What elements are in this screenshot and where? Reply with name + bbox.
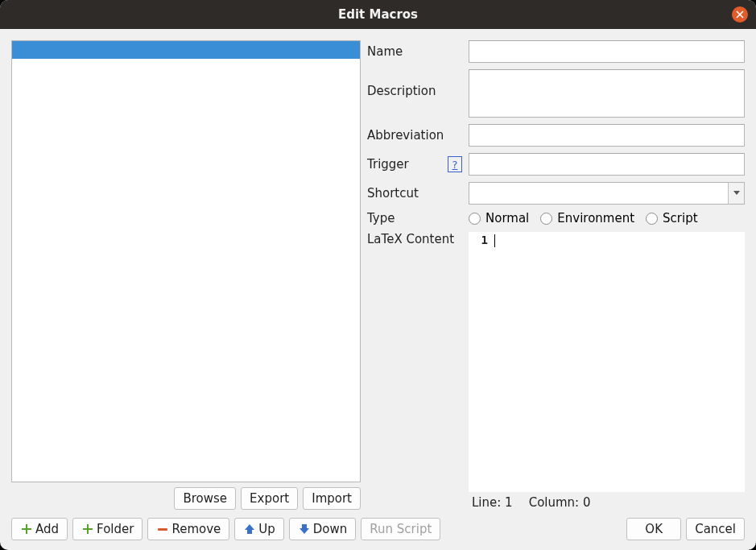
bottom-button-row: Add Folder Remove Up Down Run Script [11, 515, 745, 545]
add-button-label: Add [35, 522, 59, 536]
dialog-content: Browse Export Import Name Description Ab… [0, 29, 756, 550]
macro-list-column: Browse Export Import [11, 40, 361, 510]
run-script-button: Run Script [361, 518, 440, 540]
status-line-label: Line: [472, 495, 501, 510]
import-button[interactable]: Import [303, 487, 361, 510]
type-row: Type Normal Environment Script [367, 211, 745, 225]
ok-button[interactable]: OK [626, 518, 681, 540]
cancel-button[interactable]: Cancel [686, 518, 745, 540]
arrow-up-icon [243, 523, 256, 536]
type-radio-script-label: Script [663, 211, 698, 225]
type-radio-group: Normal Environment Script [469, 211, 745, 225]
latex-content-row: LaTeX Content 1 [367, 232, 745, 492]
minus-icon [156, 523, 169, 536]
type-label: Type [367, 211, 462, 225]
edit-macros-dialog: Edit Macros Browse Export Import Name [0, 0, 756, 550]
main-row: Browse Export Import Name Description Ab… [11, 40, 745, 510]
editor-body[interactable] [493, 232, 745, 492]
macro-list[interactable] [11, 40, 361, 482]
radio-icon [469, 213, 481, 225]
abbreviation-label: Abbreviation [367, 128, 462, 143]
type-radio-script[interactable]: Script [646, 211, 698, 225]
shortcut-combo-field[interactable] [469, 183, 728, 204]
cancel-button-label: Cancel [695, 522, 736, 536]
type-radio-environment-label: Environment [557, 211, 634, 225]
export-button-label: Export [250, 491, 289, 506]
browse-button-label: Browse [183, 491, 227, 506]
editor-status-row: Line: 1 Column: 0 [367, 492, 745, 510]
trigger-input[interactable] [469, 153, 745, 176]
question-mark-icon: ? [452, 159, 458, 171]
folder-button-label: Folder [97, 522, 134, 536]
chevron-down-icon [733, 191, 740, 196]
status-col-value: 0 [583, 495, 591, 510]
editor-gutter: 1 [469, 232, 493, 492]
plus-icon [20, 523, 33, 536]
status-column: Column: 0 [529, 495, 591, 510]
svg-rect-0 [158, 528, 167, 531]
import-button-label: Import [312, 491, 352, 506]
list-file-buttons: Browse Export Import [11, 487, 361, 510]
trigger-label: Trigger [367, 157, 441, 172]
shortcut-row: Shortcut [367, 182, 745, 205]
type-radio-normal[interactable]: Normal [469, 211, 529, 225]
remove-button-label: Remove [171, 522, 221, 536]
abbreviation-input[interactable] [469, 124, 745, 147]
down-button-label: Down [313, 522, 348, 536]
status-line-value: 1 [505, 495, 513, 510]
latex-editor[interactable]: 1 [469, 232, 745, 492]
shortcut-combo[interactable] [469, 182, 745, 205]
text-cursor [494, 234, 495, 247]
arrow-down-icon [298, 523, 311, 536]
name-input[interactable] [469, 40, 745, 63]
description-row: Description [367, 69, 745, 118]
description-input[interactable] [469, 69, 745, 118]
name-label: Name [367, 44, 462, 59]
radio-icon [540, 213, 552, 225]
down-button[interactable]: Down [289, 518, 357, 540]
line-number: 1 [481, 234, 488, 246]
run-script-button-label: Run Script [370, 522, 432, 536]
trigger-row: Trigger ? [367, 153, 745, 176]
latex-content-label: LaTeX Content [367, 232, 462, 492]
shortcut-label: Shortcut [367, 186, 462, 201]
add-button[interactable]: Add [11, 518, 68, 540]
window-title: Edit Macros [338, 7, 418, 22]
browse-button[interactable]: Browse [174, 487, 236, 510]
up-button[interactable]: Up [234, 518, 284, 540]
name-row: Name [367, 40, 745, 63]
close-icon [736, 10, 744, 19]
macro-list-item-selected[interactable] [12, 41, 360, 59]
shortcut-combo-dropdown-button[interactable] [728, 183, 744, 204]
remove-button[interactable]: Remove [147, 518, 229, 540]
abbreviation-row: Abbreviation [367, 124, 745, 147]
type-radio-normal-label: Normal [485, 211, 529, 225]
status-line: Line: 1 [472, 495, 513, 510]
ok-button-label: OK [645, 522, 663, 536]
radio-icon [646, 213, 658, 225]
titlebar: Edit Macros [0, 0, 756, 29]
type-radio-environment[interactable]: Environment [540, 211, 634, 225]
up-button-label: Up [258, 522, 275, 536]
macro-form-column: Name Description Abbreviation Trigger ? [367, 40, 745, 510]
plus-icon [81, 523, 94, 536]
export-button[interactable]: Export [241, 487, 298, 510]
status-col-label: Column: [529, 495, 580, 510]
description-label: Description [367, 69, 462, 98]
folder-button[interactable]: Folder [72, 518, 143, 540]
window-close-button[interactable] [732, 6, 748, 23]
trigger-help-button[interactable]: ? [448, 156, 462, 172]
